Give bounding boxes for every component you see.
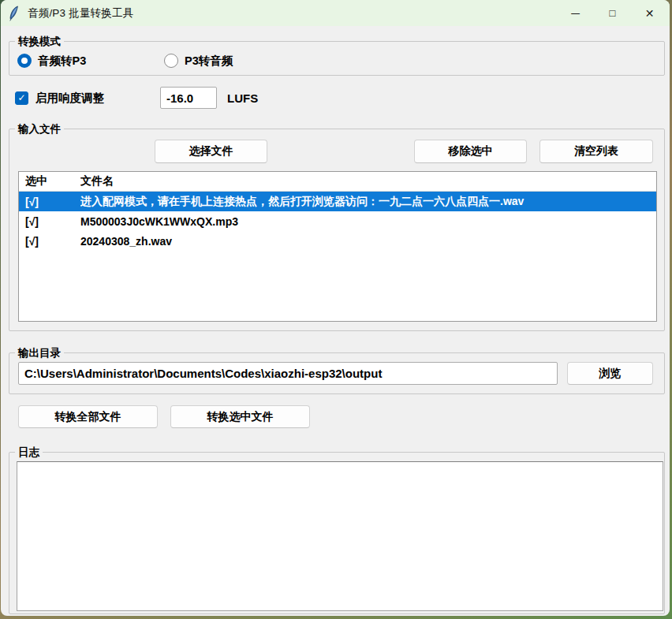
- radio-p3-to-audio-label: P3转音频: [185, 54, 233, 69]
- radio-audio-to-p3[interactable]: 音频转P3: [17, 53, 86, 69]
- output-dir-input[interactable]: [18, 362, 558, 385]
- conversion-mode-group: 转换模式 音频转P3 P3转音频: [9, 41, 665, 76]
- row-filename-cell: 进入配网模式，请在手机上连接热点，然后打开浏览器访问：一九二点一六八点四点一.w…: [80, 195, 656, 209]
- clear-list-button[interactable]: 清空列表: [539, 140, 653, 163]
- convert-selected-button[interactable]: 转换选中文件: [170, 405, 310, 428]
- row-filename-cell: M500003J0cWK1WWxQX.mp3: [80, 215, 656, 228]
- checkmark-icon: ✓: [17, 93, 25, 103]
- lufs-unit-label: LUFS: [227, 91, 258, 105]
- row-filename-cell: 20240308_zh.wav: [80, 235, 656, 248]
- radio-p3-to-audio[interactable]: P3转音频: [164, 53, 233, 69]
- table-row[interactable]: [√] 20240308_zh.wav: [19, 231, 656, 251]
- title-bar: 音频/P3 批量转换工具 ─ □ ✕: [1, 0, 670, 26]
- log-textarea[interactable]: [17, 461, 663, 611]
- loudness-checkbox[interactable]: ✓: [15, 91, 28, 105]
- window-title: 音频/P3 批量转换工具: [28, 6, 133, 21]
- minimize-button[interactable]: ─: [557, 0, 594, 26]
- file-table-header: 选中 文件名: [19, 172, 656, 192]
- header-filename-column[interactable]: 文件名: [80, 174, 656, 188]
- radio-selected-icon: [17, 54, 32, 68]
- tk-feather-icon: [8, 6, 21, 21]
- radio-unselected-icon: [164, 54, 178, 68]
- file-table: 选中 文件名 [√] 进入配网模式，请在手机上连接热点，然后打开浏览器访问：一九…: [18, 171, 657, 322]
- lufs-value-input[interactable]: [160, 87, 217, 109]
- close-icon: ✕: [645, 7, 655, 20]
- radio-audio-to-p3-label: 音频转P3: [38, 54, 86, 69]
- loudness-checkbox-label: 启用响度调整: [35, 91, 104, 106]
- row-check-cell: [√]: [19, 215, 80, 228]
- header-checked-column[interactable]: 选中: [19, 174, 80, 188]
- log-group-label: 日志: [15, 445, 43, 460]
- conversion-mode-group-label: 转换模式: [15, 34, 64, 49]
- maximize-button[interactable]: □: [594, 0, 631, 26]
- minimize-icon: ─: [571, 6, 580, 20]
- select-files-button[interactable]: 选择文件: [155, 140, 267, 163]
- app-window: 音频/P3 批量转换工具 ─ □ ✕ 转换模式 音频转P3 P3转音频 ✓: [1, 0, 670, 616]
- caption-controls: ─ □ ✕: [557, 0, 668, 26]
- remove-selected-button[interactable]: 移除选中: [414, 140, 527, 163]
- maximize-icon: □: [610, 7, 616, 19]
- browse-button[interactable]: 浏览: [567, 362, 653, 385]
- loudness-row: ✓ 启用响度调整 LUFS: [15, 86, 258, 110]
- input-files-group-label: 输入文件: [15, 121, 64, 136]
- convert-all-button[interactable]: 转换全部文件: [18, 405, 158, 428]
- output-dir-group-label: 输出目录: [15, 345, 64, 360]
- table-row[interactable]: [√] 进入配网模式，请在手机上连接热点，然后打开浏览器访问：一九二点一六八点四…: [19, 192, 656, 211]
- row-check-cell: [√]: [19, 196, 80, 208]
- table-row[interactable]: [√] M500003J0cWK1WWxQX.mp3: [19, 211, 656, 231]
- close-button[interactable]: ✕: [631, 0, 668, 26]
- row-check-cell: [√]: [19, 235, 80, 248]
